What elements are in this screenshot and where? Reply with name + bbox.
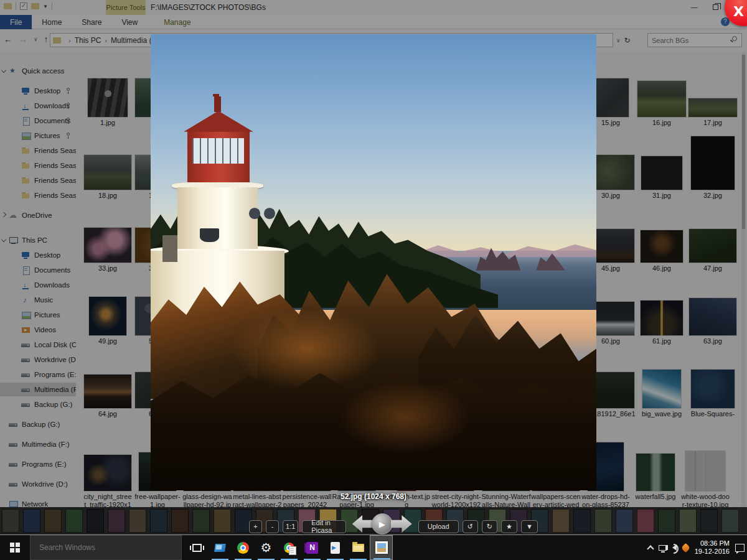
filmstrip-thumbnail[interactable]	[23, 509, 40, 533]
chrome-document-app-icon[interactable]	[278, 535, 301, 560]
taskbar: ⚙N 08:36 PM 19-12-2016	[0, 535, 747, 560]
open-app-indicator	[374, 558, 390, 560]
explorer-glyph	[352, 544, 364, 552]
viewer-photo[interactable]	[151, 34, 596, 490]
task-view-button[interactable]	[186, 535, 209, 560]
filmstrip-thumbnail[interactable]	[150, 509, 167, 533]
laptop-glyph	[214, 544, 226, 552]
filmstrip-thumbnail[interactable]	[616, 509, 633, 533]
more-button[interactable]: ▼	[521, 520, 538, 533]
file-explorer-icon[interactable]	[347, 535, 370, 560]
filmstrip-thumbnail[interactable]	[87, 509, 104, 533]
filmstrip-thumbnail[interactable]	[108, 509, 125, 533]
photo-lighthouse-lamp	[200, 228, 220, 242]
windows-logo-icon	[10, 543, 20, 553]
filmstrip-thumbnail[interactable]	[2, 509, 19, 533]
zoom-out-button[interactable]: -	[266, 520, 279, 533]
photo-lighthouse-vent	[264, 208, 276, 219]
show-hidden-icons-chevron-icon[interactable]	[647, 545, 654, 552]
taskbar-search-input[interactable]	[30, 535, 182, 560]
close-icon: X	[733, 4, 744, 19]
viewer-nav: ▶	[352, 513, 412, 534]
settings-gear-icon[interactable]: ⚙	[255, 535, 278, 560]
filmstrip-thumbnail[interactable]	[594, 509, 612, 533]
document-share-app-icon[interactable]	[324, 535, 347, 560]
filmstrip-thumbnail[interactable]	[214, 509, 231, 533]
taskview-glyph	[192, 544, 202, 552]
photo-lighthouse-roof	[184, 111, 253, 132]
chrome-glyph	[237, 542, 249, 554]
star-button[interactable]: ★	[501, 520, 517, 533]
viewer-caption: 52.jpg (1024 x 768)	[286, 492, 461, 501]
taskbar-icons: ⚙N	[186, 535, 393, 560]
filmstrip-thumbnail[interactable]	[573, 509, 591, 533]
start-button[interactable]	[0, 535, 30, 560]
filmstrip-thumbnail[interactable]	[129, 509, 146, 533]
clock-date: 19-12-2016	[695, 548, 730, 556]
viewer-controls: +-1:1Edit in Picasa ▶ Upload↺↻★▼	[249, 518, 535, 534]
filmstrip-thumbnail[interactable]	[721, 509, 739, 533]
onenote-icon[interactable]: N	[301, 535, 324, 560]
chrome-icon[interactable]	[232, 535, 255, 560]
viewer-controls-left: +-1:1Edit in Picasa	[249, 520, 346, 533]
photo-lighthouse-vent	[249, 208, 261, 219]
edit-in-picasa-button[interactable]: Edit in Picasa	[302, 520, 345, 533]
slideshow-play-icon[interactable]: ▶	[372, 513, 393, 534]
photo-sunlight-glow	[338, 381, 472, 454]
previous-photo-arrow-icon[interactable]	[352, 515, 374, 533]
pc-display-app-icon[interactable]	[209, 535, 232, 560]
docarrow-glyph	[331, 542, 340, 554]
actual-size-button[interactable]: 1:1	[283, 520, 298, 533]
photo-lighthouse-glass	[192, 138, 244, 164]
filmstrip-thumbnail[interactable]	[171, 509, 189, 533]
filmstrip-thumbnail[interactable]	[637, 509, 654, 533]
next-photo-arrow-icon[interactable]	[391, 515, 412, 533]
screen: ▼ Picture Tools F:\IMAGES\ZTOCK PHOTOS\B…	[0, 0, 747, 560]
filmstrip-thumbnail[interactable]	[65, 509, 83, 533]
system-tray: 08:36 PM 19-12-2016	[648, 535, 745, 560]
gear-glyph: ⚙	[261, 541, 272, 554]
filmstrip-thumbnail[interactable]	[700, 509, 718, 533]
photo-lighthouse-door	[162, 235, 177, 263]
photos-glyph	[375, 541, 388, 554]
viewer-controls-right: Upload↺↻★▼	[418, 520, 538, 533]
rotate-left-button[interactable]: ↺	[463, 520, 478, 533]
filmstrip-thumbnail[interactable]	[192, 509, 210, 533]
clock-time: 08:36 PM	[695, 539, 730, 548]
volume-icon[interactable]	[672, 544, 677, 551]
onenote-glyph: N	[306, 542, 318, 554]
tray-app-icon[interactable]	[680, 543, 690, 553]
action-center-icon[interactable]	[735, 544, 745, 552]
chromedoc-glyph	[284, 543, 294, 553]
clock[interactable]: 08:36 PM 19-12-2016	[695, 539, 730, 556]
rotate-right-button[interactable]: ↻	[482, 520, 497, 533]
filmstrip-thumbnail[interactable]	[679, 509, 697, 533]
photo-sunlight-glow	[231, 308, 382, 390]
zoom-in-button[interactable]: +	[249, 520, 262, 533]
upload-button[interactable]: Upload	[418, 520, 459, 533]
filmstrip-thumbnail[interactable]	[44, 509, 62, 533]
filmstrip-thumbnail[interactable]	[658, 509, 675, 533]
photo-viewer-icon[interactable]	[370, 535, 393, 560]
photo-lighthouse-finial	[214, 96, 221, 112]
filmstrip-thumbnail[interactable]	[552, 509, 570, 533]
